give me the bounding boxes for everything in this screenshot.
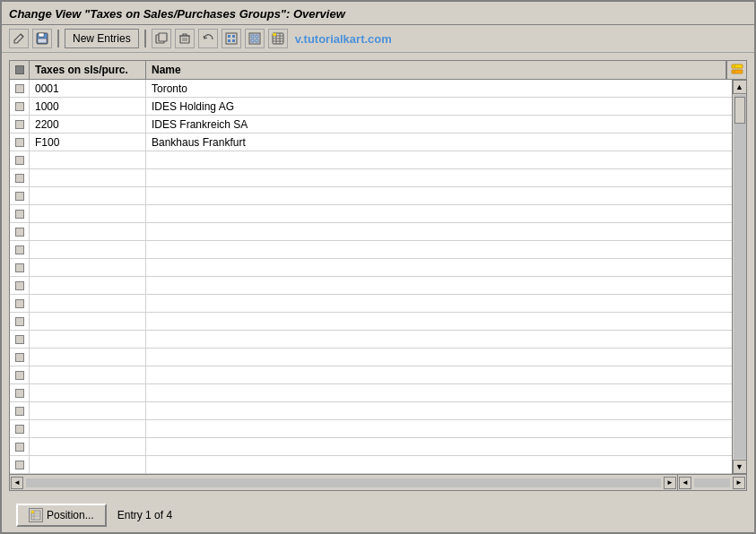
empty-checkbox-4[interactable] — [15, 228, 24, 237]
empty-row-selector-6[interactable] — [10, 259, 30, 276]
undo-btn[interactable] — [198, 29, 218, 48]
table-row-empty[interactable] — [10, 169, 732, 187]
empty-row-code-5[interactable] — [30, 241, 146, 258]
scroll-down-arrow[interactable]: ▼ — [733, 460, 747, 474]
row-name-2[interactable]: IDES Frankreich SA — [146, 116, 732, 133]
empty-row-name-10[interactable] — [146, 331, 732, 348]
empty-row-code-8[interactable] — [30, 295, 146, 312]
empty-row-name-1[interactable] — [146, 169, 732, 186]
empty-row-name-13[interactable] — [146, 384, 732, 401]
empty-row-name-2[interactable] — [146, 187, 732, 204]
empty-row-name-6[interactable] — [146, 259, 732, 276]
new-entries-button[interactable]: New Entries — [65, 29, 139, 48]
vertical-scrollbar[interactable]: ▲ ▼ — [732, 80, 746, 474]
empty-row-selector-11[interactable] — [10, 349, 30, 366]
table-row-empty[interactable] — [10, 349, 732, 366]
empty-row-selector-16[interactable] — [10, 438, 30, 455]
row-checkbox-3[interactable] — [15, 138, 24, 147]
empty-checkbox-5[interactable] — [15, 245, 24, 254]
table-row-empty[interactable] — [10, 295, 732, 313]
col-settings-btn[interactable] — [726, 61, 746, 79]
row-checkbox-2[interactable] — [15, 120, 24, 129]
empty-checkbox-3[interactable] — [15, 210, 24, 219]
empty-row-code-7[interactable] — [30, 277, 146, 294]
table-row-empty[interactable] — [10, 313, 732, 331]
table-settings-btn[interactable] — [268, 29, 288, 48]
empty-row-selector-9[interactable] — [10, 313, 30, 330]
row-code-0[interactable]: 0001 — [30, 80, 146, 97]
empty-row-code-15[interactable] — [30, 420, 146, 437]
select-all-checkbox[interactable] — [15, 65, 24, 74]
table-row-empty[interactable] — [10, 259, 732, 277]
empty-row-code-16[interactable] — [30, 438, 146, 455]
table-row-empty[interactable] — [10, 420, 732, 438]
row-selector-3[interactable] — [10, 134, 30, 151]
table-row-empty[interactable] — [10, 151, 732, 169]
row-code-2[interactable]: 2200 — [30, 116, 146, 133]
empty-row-name-11[interactable] — [146, 349, 732, 366]
empty-checkbox-17[interactable] — [15, 461, 24, 469]
row-name-0[interactable]: Toronto — [146, 80, 732, 97]
table-row[interactable]: 1000 IDES Holding AG — [10, 98, 732, 116]
table-row-empty[interactable] — [10, 402, 732, 420]
empty-checkbox-16[interactable] — [15, 443, 24, 452]
empty-row-selector-17[interactable] — [10, 456, 30, 473]
empty-checkbox-9[interactable] — [15, 317, 24, 326]
empty-checkbox-14[interactable] — [15, 407, 24, 416]
h-scroll-left-arrow[interactable]: ◄ — [11, 477, 23, 489]
empty-checkbox-10[interactable] — [15, 335, 24, 344]
row-selector-1[interactable] — [10, 98, 30, 115]
empty-row-code-3[interactable] — [30, 205, 146, 222]
empty-row-name-17[interactable] — [146, 456, 732, 473]
empty-row-name-5[interactable] — [146, 241, 732, 258]
empty-row-code-10[interactable] — [30, 331, 146, 348]
table-row-empty[interactable] — [10, 187, 732, 205]
scroll-up-arrow[interactable]: ▲ — [733, 80, 747, 94]
table-row-empty[interactable] — [10, 331, 732, 349]
empty-row-code-6[interactable] — [30, 259, 146, 276]
empty-row-selector-5[interactable] — [10, 241, 30, 258]
empty-row-code-0[interactable] — [30, 151, 146, 168]
empty-row-name-8[interactable] — [146, 295, 732, 312]
table-row[interactable]: F100 Bankhaus Frankfurt — [10, 134, 732, 151]
h-scroll-left-arrow-right[interactable]: ◄ — [679, 477, 691, 489]
empty-row-code-9[interactable] — [30, 313, 146, 330]
empty-row-code-4[interactable] — [30, 223, 146, 240]
empty-row-name-7[interactable] — [146, 277, 732, 294]
empty-row-name-4[interactable] — [146, 223, 732, 240]
row-name-1[interactable]: IDES Holding AG — [146, 98, 732, 115]
row-code-1[interactable]: 1000 — [30, 98, 146, 115]
empty-row-selector-14[interactable] — [10, 402, 30, 419]
empty-row-selector-12[interactable] — [10, 366, 30, 383]
table-row-empty[interactable] — [10, 438, 732, 456]
empty-row-code-13[interactable] — [30, 384, 146, 401]
table-row-empty[interactable] — [10, 241, 732, 259]
empty-row-selector-3[interactable] — [10, 205, 30, 222]
empty-row-name-0[interactable] — [146, 151, 732, 168]
empty-checkbox-15[interactable] — [15, 425, 24, 434]
empty-row-selector-13[interactable] — [10, 384, 30, 401]
empty-row-name-15[interactable] — [146, 420, 732, 437]
empty-checkbox-0[interactable] — [15, 156, 24, 165]
row-code-3[interactable]: F100 — [30, 134, 146, 151]
empty-row-selector-15[interactable] — [10, 420, 30, 437]
save-icon-btn[interactable] — [32, 29, 52, 48]
h-scroll-left[interactable]: ◄ ► — [10, 475, 678, 490]
position-button[interactable]: Position... — [16, 504, 107, 527]
empty-row-code-17[interactable] — [30, 456, 146, 473]
empty-checkbox-12[interactable] — [15, 371, 24, 380]
empty-row-name-12[interactable] — [146, 366, 732, 383]
table-row-empty[interactable] — [10, 205, 732, 223]
empty-checkbox-7[interactable] — [15, 281, 24, 290]
empty-row-name-9[interactable] — [146, 313, 732, 330]
empty-row-selector-4[interactable] — [10, 223, 30, 240]
h-scroll-right-arrow[interactable]: ► — [733, 477, 745, 489]
empty-row-code-12[interactable] — [30, 366, 146, 383]
empty-row-name-14[interactable] — [146, 402, 732, 419]
table-row-empty[interactable] — [10, 366, 732, 384]
table-row-empty[interactable] — [10, 277, 732, 295]
empty-checkbox-6[interactable] — [15, 263, 24, 272]
empty-row-selector-1[interactable] — [10, 169, 30, 186]
delete-btn[interactable] — [175, 29, 195, 48]
empty-checkbox-11[interactable] — [15, 353, 24, 362]
